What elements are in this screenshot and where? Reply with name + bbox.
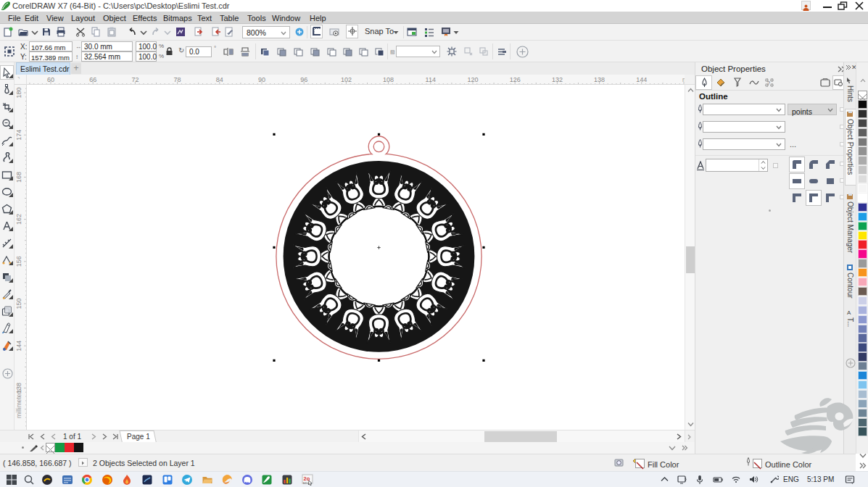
svg-text:162: 162 xyxy=(15,214,22,225)
svg-text:A: A xyxy=(847,309,851,316)
svg-text:78: 78 xyxy=(174,76,181,83)
svg-text:144: 144 xyxy=(15,341,22,351)
svg-text:66: 66 xyxy=(89,76,96,83)
svg-text:150: 150 xyxy=(15,298,22,309)
svg-text:108: 108 xyxy=(383,76,394,83)
svg-text:144: 144 xyxy=(636,76,647,83)
svg-text:72: 72 xyxy=(131,76,139,83)
svg-text:180: 180 xyxy=(15,87,22,98)
svg-text:114: 114 xyxy=(426,76,436,83)
svg-text:96: 96 xyxy=(300,76,307,83)
svg-text:138: 138 xyxy=(594,76,605,83)
svg-text:126: 126 xyxy=(510,76,521,83)
svg-text:60: 60 xyxy=(47,76,54,83)
svg-text:90: 90 xyxy=(258,76,265,83)
svg-text:?: ? xyxy=(767,80,770,86)
svg-text:168: 168 xyxy=(15,172,22,183)
svg-text:120: 120 xyxy=(467,76,478,83)
svg-text:84: 84 xyxy=(216,76,223,83)
svg-text:174: 174 xyxy=(15,130,22,141)
svg-text:102: 102 xyxy=(341,76,352,83)
svg-text:millimeters: millimeters xyxy=(15,388,22,418)
svg-text:156: 156 xyxy=(15,256,22,267)
svg-text:132: 132 xyxy=(552,76,563,83)
